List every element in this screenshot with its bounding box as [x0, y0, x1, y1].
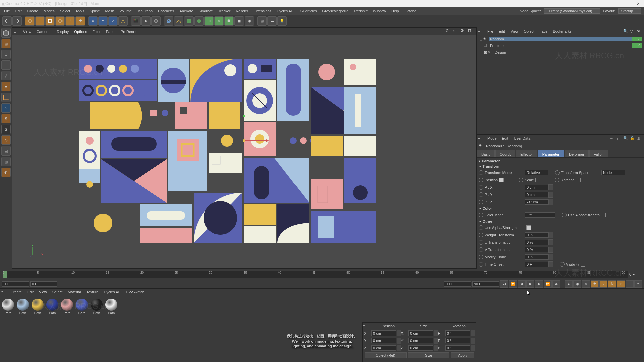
tree-expand-icon[interactable]: ⊞: [483, 50, 487, 55]
menu-select[interactable]: Select: [57, 7, 73, 15]
viewport-solo-button[interactable]: S: [1, 103, 11, 113]
pos-y-input[interactable]: 0 cm: [371, 338, 396, 343]
menu-file[interactable]: File: [1, 7, 13, 15]
use-alpha-checkbox[interactable]: [601, 213, 606, 217]
vp-nav-icon-1[interactable]: ⊕: [446, 28, 452, 35]
material-list[interactable]: PathPathPathPathPathPathPathPath: [0, 295, 644, 318]
material-item[interactable]: Path: [76, 299, 88, 315]
key-param-button[interactable]: P: [617, 280, 625, 288]
om-menu-file[interactable]: File: [485, 29, 496, 33]
nodespace-select[interactable]: Current (Standard/Physical): [544, 8, 601, 14]
rot-h-input[interactable]: 0 °: [445, 330, 470, 336]
tab-deformer[interactable]: Deformer: [565, 150, 589, 157]
minimize-button[interactable]: —: [618, 1, 626, 6]
material-item[interactable]: Path: [32, 299, 44, 315]
am-search-icon[interactable]: 🔍: [623, 136, 629, 140]
apply-button[interactable]: Apply: [451, 352, 474, 358]
material-item[interactable]: Path: [17, 299, 29, 315]
tab-effector[interactable]: Effector: [516, 150, 537, 157]
size-x-input[interactable]: 0 cm: [408, 330, 433, 336]
menu-animate[interactable]: Animate: [177, 7, 196, 15]
menu-xparticles[interactable]: X-Particles: [296, 7, 319, 15]
spinner-icon[interactable]: [548, 192, 553, 198]
mograph-field-button[interactable]: ⬢: [224, 16, 234, 26]
rotation-checkbox[interactable]: [576, 178, 581, 182]
material-item[interactable]: Path: [61, 299, 73, 315]
group-other[interactable]: Other: [477, 219, 643, 224]
am-menu-edit[interactable]: Edit: [499, 136, 511, 140]
size-mode-select[interactable]: Size: [408, 352, 450, 358]
menu-edit[interactable]: Edit: [13, 7, 24, 15]
spinner-icon[interactable]: [434, 338, 438, 344]
am-up-icon[interactable]: ↑: [616, 136, 622, 140]
start-frame-input[interactable]: 0 F: [2, 281, 29, 287]
tree-node-design[interactable]: ⊞ ○ Design: [477, 49, 643, 56]
om-hamburger-icon[interactable]: ≡: [478, 29, 485, 33]
anim-dot-icon[interactable]: [479, 255, 483, 259]
viewport-canvas[interactable]: Y X Z: [12, 35, 476, 268]
mm-hamburger-icon[interactable]: ≡: [1, 290, 8, 294]
group-transform[interactable]: Transform: [477, 164, 643, 169]
spinner-icon[interactable]: [434, 330, 438, 336]
y-axis-lock[interactable]: Y: [98, 16, 108, 26]
key-rot-button[interactable]: ↻: [608, 280, 616, 288]
cube-primitive-button[interactable]: [164, 16, 173, 26]
size-y-input[interactable]: 0 cm: [408, 338, 433, 343]
menu-gsg[interactable]: Greyscalegorilla: [320, 7, 352, 15]
live-select-tool[interactable]: [25, 16, 35, 26]
vp-menu-panel[interactable]: Panel: [103, 29, 118, 34]
vp-menu-options[interactable]: Options: [71, 29, 90, 34]
anim-dot-icon[interactable]: [479, 200, 483, 204]
weight-input[interactable]: 0 %: [525, 232, 548, 238]
goto-end-button[interactable]: ⏭: [552, 280, 560, 288]
tree-node-fracture[interactable]: ⊟ ◫ Fracture ✓: [477, 42, 643, 49]
mograph-effector-button[interactable]: ◈: [214, 16, 224, 26]
pos-z-input[interactable]: 0 cm: [371, 345, 396, 351]
layout-select[interactable]: Startup: [618, 8, 641, 14]
om-filter-icon[interactable]: ▽: [630, 29, 635, 33]
om-eye-icon[interactable]: 👁: [637, 29, 642, 33]
anim-dot-icon[interactable]: [562, 213, 567, 217]
am-new-icon[interactable]: ◫: [637, 136, 642, 140]
anim-dot-icon[interactable]: [479, 247, 483, 252]
viewport-hamburger-icon[interactable]: ≡: [14, 29, 20, 34]
spinner-icon[interactable]: [548, 199, 553, 205]
axis-button[interactable]: [1, 93, 11, 102]
quantize-button[interactable]: ▤: [1, 146, 11, 156]
keyframe-sel-button[interactable]: ◈: [582, 280, 590, 288]
pos-x-input[interactable]: 0 cm: [371, 330, 396, 336]
coord-system-button[interactable]: [118, 16, 128, 26]
mm-menu-select[interactable]: Select: [50, 290, 65, 294]
anim-dot-icon[interactable]: [519, 178, 523, 182]
close-button[interactable]: ✕: [634, 1, 642, 6]
spinner-icon[interactable]: [548, 254, 553, 260]
autokey-button[interactable]: ◉: [573, 280, 581, 288]
prev-key-button[interactable]: ⏪: [509, 280, 517, 288]
menu-render[interactable]: Render: [233, 7, 251, 15]
menu-tools[interactable]: Tools: [73, 7, 87, 15]
cross-tool[interactable]: ✚: [75, 16, 85, 26]
soft-select-button[interactable]: ◐: [1, 168, 11, 177]
spinner-icon[interactable]: [548, 247, 553, 253]
spinner-icon[interactable]: [397, 330, 401, 336]
am-menu-userdata[interactable]: User Data: [511, 136, 533, 140]
menu-redshift[interactable]: Redshift: [351, 7, 370, 15]
goto-start-button[interactable]: ⏮: [500, 280, 508, 288]
spinner-icon[interactable]: [471, 345, 475, 351]
vp-menu-filter[interactable]: Filter: [90, 29, 103, 34]
am-lock-icon[interactable]: 🔒: [630, 136, 635, 140]
locked-button[interactable]: ▥: [1, 157, 11, 166]
menu-cycles4d[interactable]: Cycles 4D: [274, 7, 296, 15]
visibility-checkbox[interactable]: [581, 262, 585, 267]
tree-label[interactable]: Random: [489, 37, 632, 41]
anim-dot-icon[interactable]: [479, 233, 483, 237]
key-pos-button[interactable]: ✚: [591, 280, 599, 288]
spline-button[interactable]: [174, 16, 183, 26]
anim-dot-icon[interactable]: [479, 240, 483, 245]
rotate-tool[interactable]: [55, 16, 65, 26]
om-search-icon[interactable]: 🔍: [623, 29, 629, 33]
model-mode-button[interactable]: [1, 28, 11, 38]
mm-menu-texture[interactable]: Texture: [84, 290, 101, 294]
sky-button[interactable]: ☁: [267, 16, 277, 26]
viewport-solo2-button[interactable]: S: [1, 114, 11, 123]
